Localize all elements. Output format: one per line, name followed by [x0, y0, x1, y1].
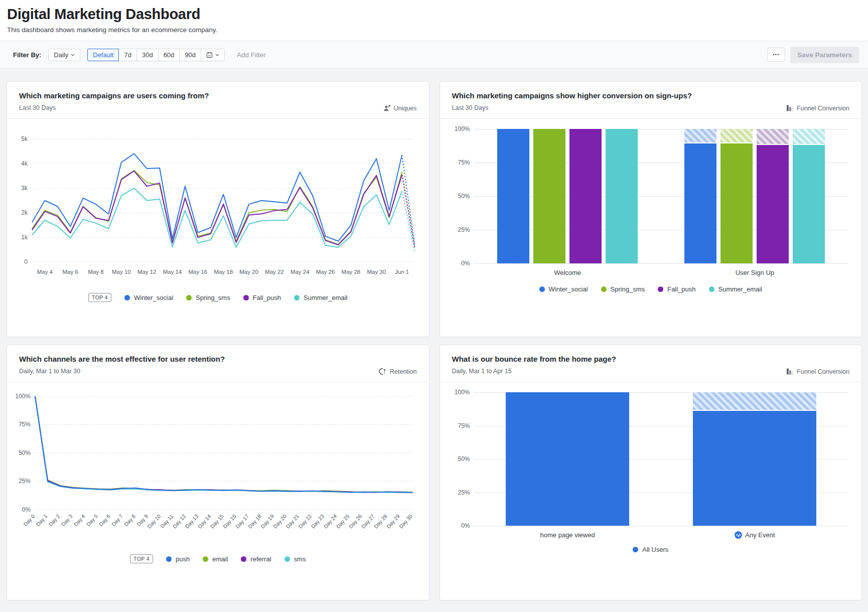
bar-fall_push-user-sign-up[interactable] [757, 129, 789, 263]
bar-converted-segment [533, 129, 565, 263]
bar-plot-area: 0%25%50%75%100% [474, 129, 849, 263]
custom-date-range-button[interactable] [201, 49, 225, 61]
x-axis-tick-label: May 18 [214, 269, 233, 275]
retention-line-chart: 0%25%50%75%100%Day 0Day 1Day 2Day 3Day 4… [12, 389, 422, 548]
legend-label: email [212, 555, 228, 563]
bar-category-labels: WelcomeUser Sign Up [474, 269, 849, 276]
y-axis-tick-label: 50% [458, 455, 470, 463]
legend-item-all users[interactable]: All Users [633, 546, 668, 553]
legend-label: Summer_email [304, 294, 347, 301]
y-axis-tick-label: 50% [19, 449, 31, 456]
top-n-badge: TOP 4 [88, 293, 111, 302]
chart-title[interactable]: Which marketing campaigns show higher co… [452, 91, 692, 100]
bar-summer_email-user-sign-up[interactable] [793, 129, 825, 263]
category-label-user-sign-up: User Sign Up [661, 269, 848, 276]
range-preset-default[interactable]: Default [87, 49, 119, 61]
y-axis-tick-label: 75% [19, 421, 31, 428]
x-axis-tick-label: Day 23 [310, 513, 325, 529]
legend-item-summer_email[interactable]: Summer_email [709, 285, 762, 293]
legend-label: All Users [642, 546, 668, 553]
bar-summer_email-welcome[interactable] [606, 129, 638, 263]
legend-item-fall_push[interactable]: Fall_push [243, 294, 281, 301]
legend-item-push[interactable]: push [166, 555, 190, 563]
funnel-conversion-icon [786, 368, 794, 375]
bar-fall_push-welcome[interactable] [569, 129, 602, 263]
series-line-push [35, 396, 413, 493]
x-axis-tick-label: Day 10 [147, 513, 162, 529]
category-label-home-page-viewed: home page viewed [474, 531, 661, 539]
legend-label: Spring_sms [611, 285, 645, 293]
range-preset-7d[interactable]: 7d [118, 49, 136, 61]
chart-title[interactable]: What is our bounce rate from the home pa… [452, 355, 617, 363]
range-preset-90d[interactable]: 90d [179, 49, 201, 61]
x-axis-tick-label: Day 13 [184, 513, 199, 529]
legend-item-fall_push[interactable]: Fall_push [658, 285, 695, 293]
legend-item-summer_email[interactable]: Summer_email [294, 294, 347, 301]
x-axis-tick-label: Day 26 [348, 513, 363, 529]
bar-spring_sms-welcome[interactable] [533, 129, 565, 263]
bar-converted-segment [506, 392, 629, 526]
legend-item-winter_social[interactable]: Winter_social [539, 285, 588, 293]
line-chart-area: 0%25%50%75%100%Day 0Day 1Day 2Day 3Day 4… [7, 382, 429, 550]
x-axis-tick-label: Day 28 [373, 513, 388, 529]
funnel-conversion-icon [786, 104, 794, 112]
legend-item-spring_sms[interactable]: Spring_sms [186, 294, 230, 301]
chart-title[interactable]: Which marketing campaigns are users comi… [19, 91, 209, 100]
interval-dropdown[interactable]: Daily [48, 49, 80, 61]
chart-title[interactable]: Which channels are the most effective fo… [19, 355, 225, 363]
chevron-down-icon [215, 54, 219, 56]
bar-dropoff-segment [757, 129, 789, 145]
category-label-text: User Sign Up [736, 269, 774, 276]
legend-label: Fall_push [667, 285, 695, 293]
chevron-down-icon [71, 54, 75, 56]
panel-header: Which marketing campaigns show higher co… [440, 82, 862, 119]
dashboard-grid: Which marketing campaigns are users comi… [0, 69, 868, 603]
chart-mode-label: Uniques [394, 105, 417, 112]
legend-label: Winter_social [134, 294, 173, 301]
legend-item-winter_social[interactable]: Winter_social [124, 294, 173, 301]
legend-dot [284, 556, 290, 562]
series-line-incomplete-spring_sms [402, 172, 414, 247]
range-preset-30d[interactable]: 30d [136, 49, 159, 61]
legend-dot [124, 295, 130, 300]
legend-item-referral[interactable]: referral [241, 555, 271, 563]
x-axis-tick-label: Day 4 [73, 513, 86, 527]
line-chart-area: 01k2k3k4k5kMay 4May 6May 8May 10May 12Ma… [7, 119, 429, 284]
x-axis-tick-label: May 26 [316, 269, 335, 275]
bar-winter_social-welcome[interactable] [497, 129, 529, 263]
legend-item-sms[interactable]: sms [284, 555, 306, 563]
chart-mode-label: Funnel Conversion [797, 368, 849, 375]
legend-item-email[interactable]: email [203, 555, 228, 563]
y-axis-tick-label: 25% [458, 226, 470, 233]
bar-all users-home-page-viewed[interactable] [506, 392, 629, 526]
series-line-fall_push [32, 171, 402, 245]
add-filter-button[interactable]: Add Filter [237, 51, 266, 59]
bar-converted-segment [720, 143, 753, 263]
bar-winter_social-user-sign-up[interactable] [684, 129, 716, 263]
legend-dot [539, 286, 545, 292]
x-axis-tick-label: May 22 [265, 269, 284, 275]
x-axis-tick-label: May 16 [189, 269, 208, 275]
y-axis-tick-label: 50% [458, 193, 470, 200]
y-axis-tick-label: 0% [461, 260, 470, 267]
save-parameters-button[interactable]: Save Parameters [790, 47, 859, 63]
bar-all users-any-event[interactable] [693, 392, 816, 526]
legend-dot [166, 556, 172, 562]
legend-label: Summer_email [718, 285, 762, 293]
legend-item-spring_sms[interactable]: Spring_sms [601, 285, 645, 293]
panel-campaign-uniques: Which marketing campaigns are users comi… [7, 81, 429, 337]
x-axis-tick-label: Day 16 [222, 513, 237, 529]
y-axis-tick-label: 100% [455, 125, 470, 132]
y-axis-tick-label: 25% [458, 489, 470, 496]
category-label-any-event: Any Event [661, 531, 848, 539]
more-options-button[interactable]: ••• [767, 48, 785, 62]
x-axis-tick-label: Day 2 [48, 513, 61, 527]
bar-spring_sms-user-sign-up[interactable] [720, 129, 753, 263]
legend-dot [294, 295, 300, 300]
bar-converted-segment [569, 129, 602, 263]
bar-plot-area: 0%25%50%75%100% [474, 392, 849, 526]
range-preset-60d[interactable]: 60d [158, 49, 180, 61]
x-axis-tick-label: Day 3 [60, 513, 74, 527]
bar-dropoff-segment [793, 129, 825, 145]
series-line-incomplete-fall_push [402, 175, 414, 248]
